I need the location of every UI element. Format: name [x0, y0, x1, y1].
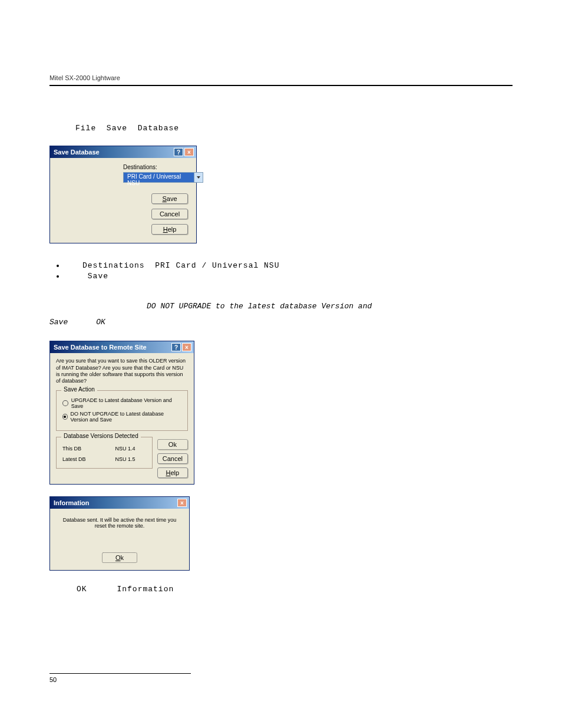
info-message: Database sent. It will be active the nex… [57, 517, 182, 529]
ok-button[interactable]: Ok [102, 552, 137, 563]
do-not-upgrade-radio[interactable]: DO NOT UPGRADE to Latest database Versio… [62, 411, 181, 423]
dialog-title: Save Database [54, 149, 100, 156]
instruction-list: Destinations PRI Card / Universal NSU Sa… [65, 261, 513, 281]
close-icon[interactable]: × [177, 499, 187, 507]
save-database-dialog: Save Database ? × Destinations: PRI Card… [49, 146, 197, 243]
ok-button[interactable]: Ok [157, 439, 188, 450]
dialog-title: Save Database to Remote Site [54, 344, 147, 351]
menu-path-text: File Save Database [75, 124, 513, 133]
confirm-message: Are you sure that you want to save this … [56, 358, 188, 384]
save-button[interactable]: Save [151, 193, 188, 204]
list-item: Save [65, 272, 513, 281]
information-dialog: Information × Database sent. It will be … [49, 496, 190, 571]
database-label: Database [138, 124, 179, 133]
dialog-titlebar[interactable]: Save Database to Remote Site ? × [50, 341, 194, 353]
file-label: File [75, 124, 96, 133]
destinations-select[interactable]: PRI Card / Universal NSU [123, 172, 203, 183]
help-icon[interactable]: ? [171, 343, 181, 351]
italic-instruction: DO NOT UPGRADE to the latest database Ve… [49, 297, 513, 329]
list-item: Destinations PRI Card / Universal NSU [65, 261, 513, 270]
latest-db-value: NSU 1.5 [115, 456, 135, 462]
save-remote-dialog: Save Database to Remote Site ? × Are you… [49, 341, 194, 485]
latest-db-label: Latest DB [62, 456, 86, 462]
close-icon[interactable]: × [184, 148, 194, 156]
running-header: Mitel SX-2000 Lightware [49, 74, 513, 86]
page-footer: 50 [49, 673, 513, 683]
this-db-value: NSU 1.4 [115, 446, 135, 452]
save-action-group: Save Action UPGRADE to Latest database V… [56, 390, 188, 431]
page-number: 50 [49, 676, 513, 683]
help-button[interactable]: Help [157, 467, 188, 478]
group-legend: Save Action [61, 386, 97, 393]
save-label: Save [107, 124, 127, 133]
group-legend: Database Versions Detected [61, 433, 141, 439]
versions-group: Database Versions Detected This DB Lates… [56, 437, 153, 469]
upgrade-radio[interactable]: UPGRADE to Latest database Version and S… [62, 397, 181, 409]
help-icon[interactable]: ? [174, 148, 183, 156]
dialog-title: Information [54, 499, 90, 506]
dialog-titlebar[interactable]: Information × [50, 497, 189, 509]
destinations-label: Destinations: [123, 164, 188, 170]
destinations-value: PRI Card / Universal NSU [123, 172, 194, 183]
cancel-button[interactable]: Cancel [157, 453, 188, 464]
final-text: OK Information [77, 585, 513, 594]
this-db-label: This DB [62, 446, 86, 452]
help-button[interactable]: Help [151, 224, 188, 235]
chevron-down-icon[interactable] [194, 172, 203, 183]
close-icon[interactable]: × [182, 343, 191, 351]
dialog-titlebar[interactable]: Save Database ? × [50, 146, 196, 158]
cancel-button[interactable]: Cancel [151, 209, 188, 219]
